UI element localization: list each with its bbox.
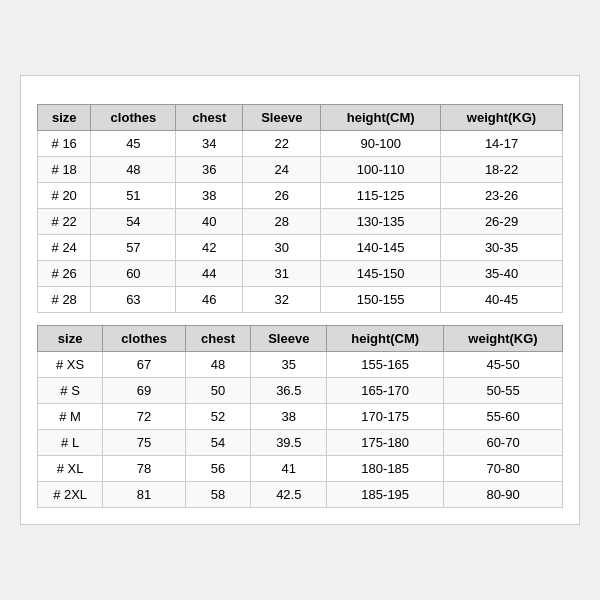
size-table-2: sizeclotheschestSleeveheight(CM)weight(K… [37, 325, 563, 508]
table-cell: # XS [38, 352, 103, 378]
table-cell: 63 [91, 287, 176, 313]
table-cell: 60 [91, 261, 176, 287]
table-cell: 48 [91, 157, 176, 183]
table-row: # 2XL815842.5185-19580-90 [38, 482, 563, 508]
table-cell: 75 [103, 430, 186, 456]
table-cell: # M [38, 404, 103, 430]
table-cell: 165-170 [327, 378, 444, 404]
table-row: # XS674835155-16545-50 [38, 352, 563, 378]
table-cell: 42 [176, 235, 243, 261]
table-cell: # 26 [38, 261, 91, 287]
table-cell: 145-150 [321, 261, 441, 287]
table-cell: 32 [243, 287, 321, 313]
table-cell: 175-180 [327, 430, 444, 456]
table2-col-header: Sleeve [251, 326, 327, 352]
table-cell: 30-35 [441, 235, 563, 261]
table-cell: 58 [185, 482, 250, 508]
table-row: # 24574230140-14530-35 [38, 235, 563, 261]
table-cell: 81 [103, 482, 186, 508]
table-cell: 14-17 [441, 131, 563, 157]
table1-col-header: clothes [91, 105, 176, 131]
table-row: # 20513826115-12523-26 [38, 183, 563, 209]
table2-col-header: height(CM) [327, 326, 444, 352]
table-cell: # L [38, 430, 103, 456]
table1-body: # 1645342290-10014-17# 18483624100-11018… [38, 131, 563, 313]
table-cell: 78 [103, 456, 186, 482]
table-cell: # 16 [38, 131, 91, 157]
table-cell: 67 [103, 352, 186, 378]
table-cell: 44 [176, 261, 243, 287]
table-cell: 60-70 [444, 430, 563, 456]
table-cell: 54 [185, 430, 250, 456]
table-cell: # 2XL [38, 482, 103, 508]
table-cell: 38 [251, 404, 327, 430]
table-cell: 34 [176, 131, 243, 157]
table-cell: 150-155 [321, 287, 441, 313]
table-cell: 22 [243, 131, 321, 157]
table1-col-header: chest [176, 105, 243, 131]
table-row: # XL785641180-18570-80 [38, 456, 563, 482]
table-cell: 155-165 [327, 352, 444, 378]
table-cell: # 28 [38, 287, 91, 313]
table-cell: 36 [176, 157, 243, 183]
table1-header: sizeclotheschestSleeveheight(CM)weight(K… [38, 105, 563, 131]
table-cell: 40-45 [441, 287, 563, 313]
table-cell: 130-135 [321, 209, 441, 235]
table-cell: 70-80 [444, 456, 563, 482]
table-cell: 185-195 [327, 482, 444, 508]
table1-header-row: sizeclotheschestSleeveheight(CM)weight(K… [38, 105, 563, 131]
table-row: # L755439.5175-18060-70 [38, 430, 563, 456]
table-row: # S695036.5165-17050-55 [38, 378, 563, 404]
table1-col-header: weight(KG) [441, 105, 563, 131]
table-cell: 56 [185, 456, 250, 482]
table-cell: # 20 [38, 183, 91, 209]
table2-col-header: chest [185, 326, 250, 352]
table-cell: 54 [91, 209, 176, 235]
table-row: # 22544028130-13526-29 [38, 209, 563, 235]
table-cell: 39.5 [251, 430, 327, 456]
table-cell: 31 [243, 261, 321, 287]
section-divider [37, 313, 563, 325]
table-cell: 51 [91, 183, 176, 209]
table2-col-header: clothes [103, 326, 186, 352]
table-cell: 50-55 [444, 378, 563, 404]
table-cell: 40 [176, 209, 243, 235]
table-cell: 48 [185, 352, 250, 378]
table2-header: sizeclotheschestSleeveheight(CM)weight(K… [38, 326, 563, 352]
table-cell: 57 [91, 235, 176, 261]
table2-col-header: weight(KG) [444, 326, 563, 352]
table-cell: 50 [185, 378, 250, 404]
table-cell: 42.5 [251, 482, 327, 508]
table-cell: 45 [91, 131, 176, 157]
table-cell: 80-90 [444, 482, 563, 508]
table-cell: 46 [176, 287, 243, 313]
size-table-1: sizeclotheschestSleeveheight(CM)weight(K… [37, 104, 563, 313]
table-cell: 180-185 [327, 456, 444, 482]
table-cell: 38 [176, 183, 243, 209]
table-cell: 69 [103, 378, 186, 404]
table-cell: 90-100 [321, 131, 441, 157]
table-cell: # XL [38, 456, 103, 482]
table-cell: 52 [185, 404, 250, 430]
table-cell: 26 [243, 183, 321, 209]
table-cell: 36.5 [251, 378, 327, 404]
table1-col-header: height(CM) [321, 105, 441, 131]
table-cell: 26-29 [441, 209, 563, 235]
table-cell: 115-125 [321, 183, 441, 209]
table-cell: 170-175 [327, 404, 444, 430]
table-row: # 1645342290-10014-17 [38, 131, 563, 157]
table-row: # 26604431145-15035-40 [38, 261, 563, 287]
table-cell: 45-50 [444, 352, 563, 378]
size-chart-card: sizeclotheschestSleeveheight(CM)weight(K… [20, 75, 580, 525]
table-cell: 23-26 [441, 183, 563, 209]
table-cell: 55-60 [444, 404, 563, 430]
table-row: # 28634632150-15540-45 [38, 287, 563, 313]
table2-col-header: size [38, 326, 103, 352]
table-cell: 35-40 [441, 261, 563, 287]
table-cell: 140-145 [321, 235, 441, 261]
table2-body: # XS674835155-16545-50# S695036.5165-170… [38, 352, 563, 508]
table-cell: # 22 [38, 209, 91, 235]
table-cell: 18-22 [441, 157, 563, 183]
table-cell: # 24 [38, 235, 91, 261]
table-cell: # S [38, 378, 103, 404]
